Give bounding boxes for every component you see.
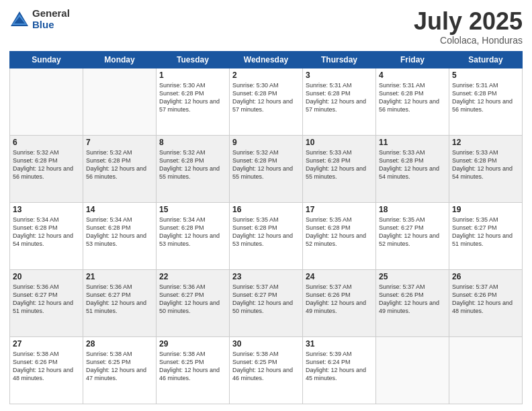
table-row <box>449 336 523 404</box>
day-info: Sunrise: 5:38 AMSunset: 6:25 PMDaylight:… <box>232 350 300 383</box>
day-info: Sunrise: 5:36 AMSunset: 6:27 PMDaylight:… <box>159 283 226 316</box>
table-row: 19Sunrise: 5:35 AMSunset: 6:27 PMDayligh… <box>449 202 523 269</box>
day-info: Sunrise: 5:33 AMSunset: 6:28 PMDaylight:… <box>379 148 446 181</box>
day-number: 3 <box>306 71 373 80</box>
day-info: Sunrise: 5:32 AMSunset: 6:28 PMDaylight:… <box>13 148 80 181</box>
day-info: Sunrise: 5:36 AMSunset: 6:27 PMDaylight:… <box>13 283 80 316</box>
day-number: 5 <box>452 71 519 80</box>
table-row: 25Sunrise: 5:37 AMSunset: 6:26 PMDayligh… <box>376 269 449 336</box>
title-block: July 2025 Cololaca, Honduras <box>414 8 523 46</box>
day-number: 12 <box>452 138 519 147</box>
page: General Blue July 2025 Cololaca, Hondura… <box>0 0 532 411</box>
table-row: 15Sunrise: 5:34 AMSunset: 6:28 PMDayligh… <box>157 202 230 269</box>
table-row: 4Sunrise: 5:31 AMSunset: 6:28 PMDaylight… <box>376 68 449 135</box>
table-row: 24Sunrise: 5:37 AMSunset: 6:26 PMDayligh… <box>303 269 376 336</box>
table-row: 31Sunrise: 5:39 AMSunset: 6:24 PMDayligh… <box>303 336 376 404</box>
calendar-week-5: 27Sunrise: 5:38 AMSunset: 6:26 PMDayligh… <box>10 336 523 404</box>
day-info: Sunrise: 5:32 AMSunset: 6:28 PMDaylight:… <box>232 148 300 181</box>
table-row: 16Sunrise: 5:35 AMSunset: 6:28 PMDayligh… <box>230 202 303 269</box>
table-row <box>376 336 449 404</box>
day-info: Sunrise: 5:38 AMSunset: 6:26 PMDaylight:… <box>13 350 80 383</box>
day-info: Sunrise: 5:37 AMSunset: 6:26 PMDaylight:… <box>452 283 519 316</box>
day-number: 26 <box>452 272 519 281</box>
day-number: 10 <box>306 138 373 147</box>
table-row: 11Sunrise: 5:33 AMSunset: 6:28 PMDayligh… <box>376 135 449 202</box>
table-row: 7Sunrise: 5:32 AMSunset: 6:28 PMDaylight… <box>83 135 157 202</box>
month-title: July 2025 <box>414 8 523 35</box>
header: General Blue July 2025 Cololaca, Hondura… <box>9 8 523 46</box>
day-info: Sunrise: 5:34 AMSunset: 6:28 PMDaylight:… <box>86 216 153 248</box>
table-row: 30Sunrise: 5:38 AMSunset: 6:25 PMDayligh… <box>230 336 303 404</box>
table-row: 27Sunrise: 5:38 AMSunset: 6:26 PMDayligh… <box>10 336 83 404</box>
day-info: Sunrise: 5:34 AMSunset: 6:28 PMDaylight:… <box>159 216 226 248</box>
day-number: 14 <box>86 205 153 214</box>
day-info: Sunrise: 5:36 AMSunset: 6:27 PMDaylight:… <box>86 283 153 316</box>
col-tuesday: Tuesday <box>157 51 230 68</box>
logo: General Blue <box>9 8 70 30</box>
logo-icon <box>9 10 30 29</box>
table-row: 26Sunrise: 5:37 AMSunset: 6:26 PMDayligh… <box>449 269 523 336</box>
col-sunday: Sunday <box>10 51 83 68</box>
day-info: Sunrise: 5:38 AMSunset: 6:25 PMDaylight:… <box>159 350 226 383</box>
table-row: 20Sunrise: 5:36 AMSunset: 6:27 PMDayligh… <box>10 269 83 336</box>
day-number: 21 <box>86 272 153 281</box>
day-info: Sunrise: 5:31 AMSunset: 6:28 PMDaylight:… <box>452 81 519 114</box>
table-row: 14Sunrise: 5:34 AMSunset: 6:28 PMDayligh… <box>83 202 157 269</box>
table-row: 13Sunrise: 5:34 AMSunset: 6:28 PMDayligh… <box>10 202 83 269</box>
day-number: 20 <box>13 272 80 281</box>
day-info: Sunrise: 5:35 AMSunset: 6:27 PMDaylight:… <box>379 216 446 248</box>
day-info: Sunrise: 5:33 AMSunset: 6:28 PMDaylight:… <box>306 148 373 181</box>
day-info: Sunrise: 5:39 AMSunset: 6:24 PMDaylight:… <box>306 350 373 383</box>
col-monday: Monday <box>83 51 157 68</box>
day-number: 1 <box>159 71 226 80</box>
day-number: 22 <box>159 272 226 281</box>
table-row: 1Sunrise: 5:30 AMSunset: 6:28 PMDaylight… <box>157 68 230 135</box>
day-info: Sunrise: 5:35 AMSunset: 6:28 PMDaylight:… <box>232 216 300 248</box>
day-number: 7 <box>86 138 153 147</box>
table-row: 5Sunrise: 5:31 AMSunset: 6:28 PMDaylight… <box>449 68 523 135</box>
calendar-week-3: 13Sunrise: 5:34 AMSunset: 6:28 PMDayligh… <box>10 202 523 269</box>
day-number: 29 <box>159 339 226 349</box>
day-number: 24 <box>306 272 373 281</box>
day-info: Sunrise: 5:33 AMSunset: 6:28 PMDaylight:… <box>452 148 519 181</box>
logo-blue-text: Blue <box>32 19 70 31</box>
table-row: 18Sunrise: 5:35 AMSunset: 6:27 PMDayligh… <box>376 202 449 269</box>
day-info: Sunrise: 5:37 AMSunset: 6:26 PMDaylight:… <box>306 283 373 316</box>
day-number: 6 <box>13 138 80 147</box>
col-saturday: Saturday <box>449 51 523 68</box>
day-number: 31 <box>306 339 373 349</box>
table-row: 23Sunrise: 5:37 AMSunset: 6:27 PMDayligh… <box>230 269 303 336</box>
logo-text: General Blue <box>32 8 70 30</box>
logo-general-text: General <box>32 8 70 19</box>
table-row: 10Sunrise: 5:33 AMSunset: 6:28 PMDayligh… <box>303 135 376 202</box>
col-wednesday: Wednesday <box>230 51 303 68</box>
day-number: 25 <box>379 272 446 281</box>
day-number: 17 <box>306 205 373 214</box>
day-number: 4 <box>379 71 446 80</box>
day-number: 16 <box>232 205 300 214</box>
day-info: Sunrise: 5:31 AMSunset: 6:28 PMDaylight:… <box>379 81 446 114</box>
day-number: 9 <box>232 138 300 147</box>
location-subtitle: Cololaca, Honduras <box>414 35 523 46</box>
table-row: 29Sunrise: 5:38 AMSunset: 6:25 PMDayligh… <box>157 336 230 404</box>
day-info: Sunrise: 5:30 AMSunset: 6:28 PMDaylight:… <box>159 81 226 114</box>
calendar-header-row: Sunday Monday Tuesday Wednesday Thursday… <box>10 51 523 68</box>
table-row: 2Sunrise: 5:30 AMSunset: 6:28 PMDaylight… <box>230 68 303 135</box>
col-thursday: Thursday <box>303 51 376 68</box>
day-number: 27 <box>13 339 80 349</box>
day-info: Sunrise: 5:37 AMSunset: 6:27 PMDaylight:… <box>232 283 300 316</box>
table-row: 9Sunrise: 5:32 AMSunset: 6:28 PMDaylight… <box>230 135 303 202</box>
day-number: 30 <box>232 339 300 349</box>
day-info: Sunrise: 5:35 AMSunset: 6:27 PMDaylight:… <box>452 216 519 248</box>
day-info: Sunrise: 5:38 AMSunset: 6:25 PMDaylight:… <box>86 350 153 383</box>
day-info: Sunrise: 5:32 AMSunset: 6:28 PMDaylight:… <box>159 148 226 181</box>
day-number: 19 <box>452 205 519 214</box>
calendar-week-4: 20Sunrise: 5:36 AMSunset: 6:27 PMDayligh… <box>10 269 523 336</box>
calendar-week-1: 1Sunrise: 5:30 AMSunset: 6:28 PMDaylight… <box>10 68 523 135</box>
day-number: 18 <box>379 205 446 214</box>
day-number: 2 <box>232 71 300 80</box>
day-info: Sunrise: 5:31 AMSunset: 6:28 PMDaylight:… <box>306 81 373 114</box>
day-info: Sunrise: 5:32 AMSunset: 6:28 PMDaylight:… <box>86 148 153 181</box>
table-row: 6Sunrise: 5:32 AMSunset: 6:28 PMDaylight… <box>10 135 83 202</box>
day-info: Sunrise: 5:30 AMSunset: 6:28 PMDaylight:… <box>232 81 300 114</box>
